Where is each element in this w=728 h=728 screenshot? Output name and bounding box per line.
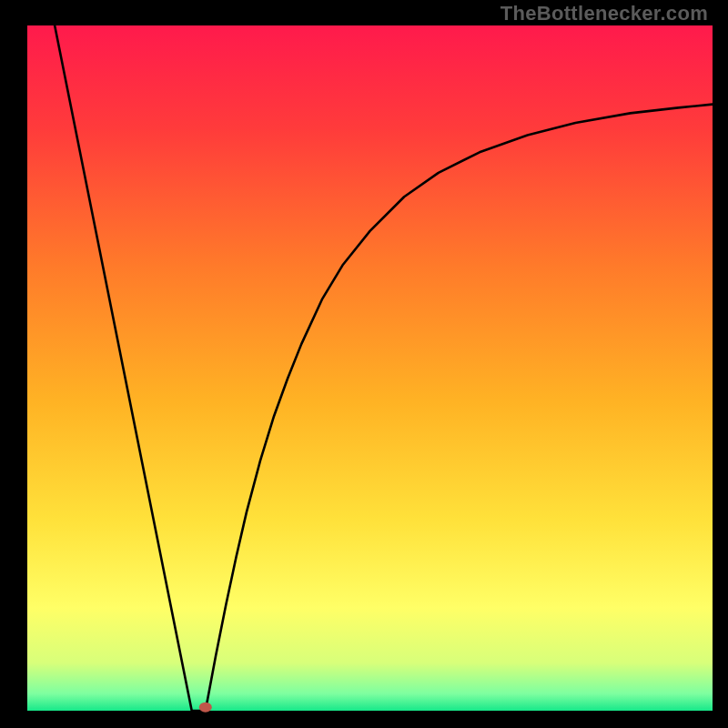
chart-frame: TheBottlenecker.com [0, 0, 728, 728]
bottleneck-chart [0, 0, 728, 728]
optimal-point-marker [199, 703, 212, 713]
plot-background-gradient [27, 25, 713, 711]
watermark-text: TheBottlenecker.com [500, 2, 708, 25]
